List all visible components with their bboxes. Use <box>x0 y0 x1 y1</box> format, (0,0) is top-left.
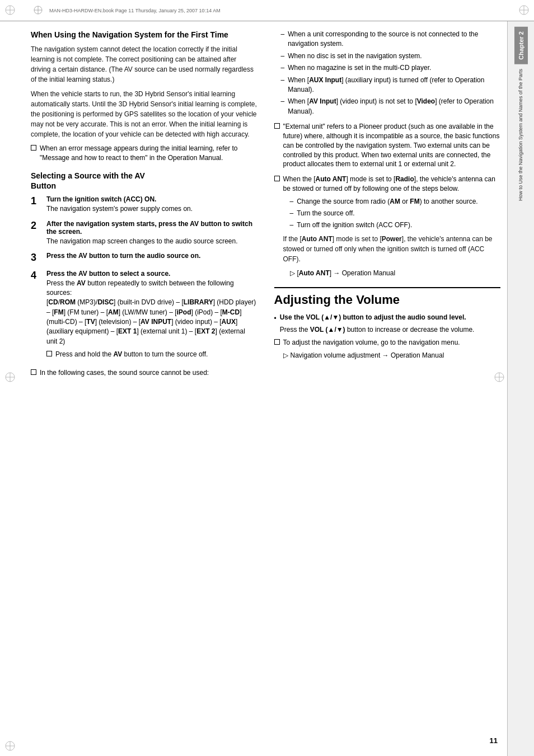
dash-icon-3: – <box>281 63 285 73</box>
step-4-note1: Press and hold the AV button to turn the… <box>46 350 257 359</box>
cannot-use-5-text: When [AV Input] (video input) is not set… <box>288 97 500 116</box>
cannot-use-intro: In the following cases, the sound source… <box>31 368 257 378</box>
cannot-use-2-text: When no disc is set in the navigation sy… <box>288 51 421 61</box>
step-4-number: 4 <box>31 270 41 363</box>
step-2: 2 After the navigation system starts, pr… <box>31 220 257 246</box>
vol-bullet-title: Use the VOL (▲/▼) button to adjust the a… <box>280 313 475 322</box>
auto-ant-3-text: Turn off the ignition switch (ACC OFF). <box>297 220 412 230</box>
left-column: When Using the Navigation System for the… <box>31 24 257 381</box>
step-3-title: Press the AV button to turn the audio so… <box>46 252 257 260</box>
step-4-note1-text: Press and hold the AV button to turn the… <box>55 350 257 359</box>
external-unit-note: "External unit" refers to a Pioneer prod… <box>274 122 501 169</box>
step-4: 4 Press the AV button to select a source… <box>31 270 257 363</box>
file-info: MAN-HD3-HARDW-EN.book Page 11 Thursday, … <box>49 8 221 13</box>
main-content: When Using the Navigation System for the… <box>31 24 500 403</box>
cannot-use-intro-text: In the following cases, the sound source… <box>40 368 257 378</box>
vol-nav-note-text: To adjust the navigation volume, go to t… <box>283 338 501 348</box>
cannot-use-4: – When [AUX Input] (auxiliary input) is … <box>274 76 501 95</box>
cannot-use-list: – When a unit corresponding to the sourc… <box>274 30 501 116</box>
dash-icon-2: – <box>281 51 285 61</box>
cannot-use-1: – When a unit corresponding to the sourc… <box>274 30 501 49</box>
auto-ant-1: – Change the source from radio (AM or FM… <box>274 197 501 206</box>
triangle-icon-1: ▷ <box>290 269 295 278</box>
step-1: 1 Turn the ignition switch (ACC) ON. The… <box>31 195 257 214</box>
cannot-use-1-text: When a unit corresponding to the source … <box>288 30 500 49</box>
cannot-use-3-text: When no magazine is set in the multi-CD … <box>288 63 431 73</box>
page-header: MAN-HD3-HARDW-EN.book Page 11 Thursday, … <box>0 0 534 21</box>
page-container: MAN-HD3-HARDW-EN.book Page 11 Thursday, … <box>0 0 534 756</box>
corner-mark-bl <box>4 740 16 752</box>
auto-ant-2: – Turn the source off. <box>274 209 501 218</box>
vol-bullet-body: Press the VOL (▲/▼) button to increase o… <box>280 325 475 335</box>
side-mark-left <box>4 372 16 385</box>
external-unit-text: "External unit" refers to a Pioneer prod… <box>283 122 501 169</box>
cannot-use-4-text: When [AUX Input] (auxiliary input) is tu… <box>288 76 500 95</box>
step-1-number: 1 <box>31 195 41 214</box>
vol-bullet: • Use the VOL (▲/▼) button to adjust the… <box>274 313 501 335</box>
step-2-title: After the navigation system starts, pres… <box>46 220 257 236</box>
cannot-use-3: – When no magazine is set in the multi-C… <box>274 63 501 73</box>
auto-ant-3: – Turn off the ignition switch (ACC OFF)… <box>274 220 501 230</box>
vol-bullet-content: Use the VOL (▲/▼) button to adjust the a… <box>280 313 475 335</box>
auto-ant-power-note: If the [Auto ANT] mode is set to [Power]… <box>274 234 501 264</box>
dash-icon-5: – <box>281 97 285 106</box>
chapter-tab: Chapter 2 <box>514 27 528 64</box>
checkbox-icon-5 <box>274 176 280 181</box>
step-3-number: 3 <box>31 252 41 264</box>
step-3-content: Press the AV button to turn the audio so… <box>46 252 257 264</box>
auto-ant-intro: When the [Auto ANT] mode is set to [Radi… <box>283 175 501 194</box>
chapter-label: Chapter 2 <box>518 31 524 60</box>
right-column: – When a unit corresponding to the sourc… <box>274 24 501 381</box>
page-number: 11 <box>490 736 498 745</box>
vol-nav-note: To adjust the navigation volume, go to t… <box>274 338 501 348</box>
step-4-title: Press the AV button to select a source. <box>46 270 257 278</box>
dash-icon-1: – <box>281 30 285 39</box>
step-2-body: The navigation map screen changes to the… <box>46 237 257 246</box>
cannot-use-2: – When no disc is set in the navigation … <box>274 51 501 61</box>
right-sidebar: Chapter 2 How to Use the Navigation Syst… <box>507 21 534 756</box>
section1-title: When Using the Navigation System for the… <box>31 30 257 40</box>
dash-icon-ant3: – <box>290 220 294 230</box>
checkbox-icon-3 <box>31 369 36 375</box>
section1-note-text: When an error message appears during the… <box>40 144 257 163</box>
section-av-button: Selecting a Source with the AVButton 1 T… <box>31 171 257 378</box>
auto-ant-1-text: Change the source from radio (AM or FM) … <box>297 197 478 206</box>
corner-mark-tl <box>4 4 16 16</box>
vol-ref: ▷ Navigation volume adjustment → Operati… <box>274 351 501 360</box>
cannot-use-5: – When [AV Input] (video input) is not s… <box>274 97 501 116</box>
auto-ant-ref-text: [Auto ANT] → Operation Manual <box>297 269 396 278</box>
sidebar-text: How to Use the Navigation System and Nam… <box>518 69 524 201</box>
step-4-body: Press the AV button repeatedly to switch… <box>46 279 257 347</box>
dash-icon-ant2: – <box>290 209 294 218</box>
reg-mark-left <box>34 6 43 16</box>
section2-title: Selecting a Source with the AVButton <box>31 171 257 191</box>
dash-icon-4: – <box>281 76 285 85</box>
step-2-number: 2 <box>31 220 41 246</box>
bullet-dot-icon: • <box>274 314 277 323</box>
corner-mark-tr <box>518 4 530 16</box>
checkbox-icon-4 <box>274 123 280 129</box>
section1-para2: When the vehicle starts to run, the 3D H… <box>31 89 257 139</box>
checkbox-icon-2 <box>46 351 52 356</box>
adjusting-volume-title: Adjusting the Volume <box>274 293 501 307</box>
step-4-content: Press the AV button to select a source. … <box>46 270 257 363</box>
step-3: 3 Press the AV button to turn the audio … <box>31 252 257 264</box>
vol-ref-text: Navigation volume adjustment → Operation… <box>291 351 444 360</box>
step-1-title: Turn the ignition switch (ACC) ON. <box>46 195 257 203</box>
step-1-content: Turn the ignition switch (ACC) ON. The n… <box>46 195 257 214</box>
checkbox-icon <box>31 145 36 151</box>
section-first-time: When Using the Navigation System for the… <box>31 30 257 163</box>
adjusting-volume-section: Adjusting the Volume • Use the VOL (▲/▼)… <box>274 287 501 360</box>
auto-ant-note: When the [Auto ANT] mode is set to [Radi… <box>274 175 501 194</box>
step-1-body: The navigation system's power supply com… <box>46 204 257 214</box>
triangle-icon-2: ▷ <box>283 351 288 360</box>
side-mark-right <box>494 372 505 385</box>
auto-ant-ref: ▷ [Auto ANT] → Operation Manual <box>274 269 501 278</box>
dash-icon-ant1: – <box>290 197 294 206</box>
step-2-content: After the navigation system starts, pres… <box>46 220 257 246</box>
section1-note: When an error message appears during the… <box>31 144 257 163</box>
auto-ant-2-text: Turn the source off. <box>297 209 354 218</box>
section1-para1: The navigation system cannot detect the … <box>31 44 257 84</box>
checkbox-icon-6 <box>274 339 280 345</box>
